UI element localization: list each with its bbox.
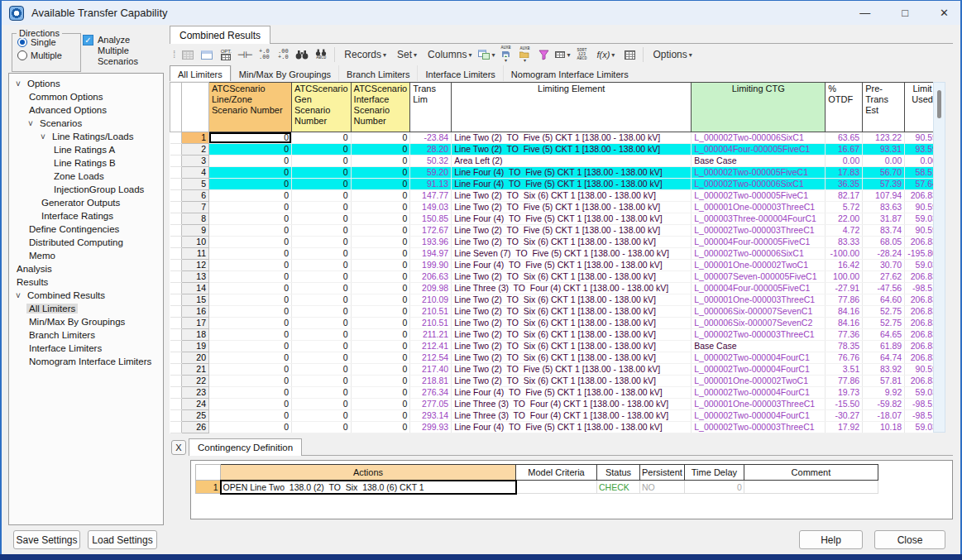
cell-interface-scenario[interactable]: 0 [351,329,410,341]
row-number[interactable]: 3 [182,156,209,167]
cell-otdf[interactable]: 82.17 [826,190,863,202]
cell-pre-trans-est[interactable]: -47.56 [863,283,905,294]
cell-limiting-element[interactable]: Line Two (2) TO Five (5) CKT 1 [138.00 -… [452,132,692,144]
row-number[interactable]: 6 [182,190,209,202]
cell-pre-trans-est[interactable]: 9.92 [863,387,905,399]
row-number[interactable]: 14 [182,283,209,294]
cell-otdf[interactable]: 76.76 [826,352,863,364]
row-number[interactable]: 5 [182,179,209,190]
chevron-down-icon[interactable]: ˅ [26,119,35,128]
radio-single-icon[interactable] [17,37,27,47]
cell-trans-lim[interactable]: 28.20 [410,144,452,156]
cell-limiting-ctg[interactable]: L_000002Two-000006SixC1 [692,248,826,260]
row-gutter[interactable] [170,248,182,260]
row-gutter[interactable] [170,283,182,294]
cell-trans-lim[interactable]: 149.03 [410,202,452,213]
column-header-persistent[interactable]: Persistent [640,465,685,481]
cell-trans-lim[interactable]: 147.77 [410,190,452,202]
cell-trans-lim[interactable]: 193.96 [410,237,452,248]
cell-gen-scenario[interactable]: 0 [292,213,352,225]
tree-item-advanced-options[interactable]: Advanced Options [9,103,163,117]
cell-trans-lim[interactable]: 209.98 [410,283,452,294]
options-grid-icon[interactable]: OPT. [218,46,234,63]
cell-limiting-element[interactable]: Line Four (4) TO Five (5) CKT 1 [138.00 … [452,213,692,225]
column-header-gen-scenario[interactable]: ATCScenario Gen Scenario Number [292,83,352,132]
cell-pre-trans-est[interactable]: -59.82 [863,399,905,410]
column-header-line-zone-scenario[interactable]: ATCScenario Line/Zone Scenario Number [209,83,292,132]
options-menu[interactable]: Options▾ [649,47,696,62]
cell-otdf[interactable]: 83.33 [826,237,863,248]
cell-otdf[interactable]: 36.35 [826,179,863,190]
row-number[interactable]: 19 [182,341,209,352]
cell-trans-lim[interactable]: 210.09 [410,294,452,306]
cell-gen-scenario[interactable]: 0 [292,237,352,248]
cell-otdf[interactable]: 3.51 [826,364,863,376]
cell-limiting-element[interactable]: Area Left (2) [452,156,692,167]
tree-item-options[interactable]: ˅Options [9,77,163,90]
cell-gen-scenario[interactable]: 0 [292,422,352,433]
direction-single-option[interactable]: Single [17,37,80,47]
cell-pre-trans-est[interactable]: 52.75 [863,318,905,329]
column-header-actions[interactable]: Actions [221,465,516,481]
open-aux-menu[interactable]: AUXB ▾ [516,46,533,63]
cell-line-zone-scenario[interactable]: 0 [209,271,292,283]
tree-item-interface-ratings[interactable]: Interface Ratings [9,209,163,223]
cell-limiting-element[interactable]: Line Two (2) TO Six (6) CKT 1 [138.00 - … [452,306,692,318]
tree-item-all-limiters[interactable]: All Limiters [9,302,163,315]
tree-item-line-ratings-b[interactable]: Line Ratings B [9,156,163,170]
cell-trans-lim[interactable]: 194.97 [410,248,452,260]
cell-trans-lim[interactable]: 218.81 [410,376,452,387]
cell-trans-lim[interactable]: 299.93 [410,422,452,433]
cell-line-zone-scenario[interactable]: 0 [209,248,292,260]
cell-pre-trans-est[interactable]: 56.70 [863,167,905,179]
cell-line-zone-scenario[interactable]: 0 [209,260,292,271]
row-number[interactable]: 26 [182,422,209,433]
column-header-time-delay[interactable]: Time Delay [684,465,744,481]
row-number[interactable]: 11 [182,248,209,260]
persistent-cell[interactable]: NO [640,481,685,494]
row-number[interactable]: 16 [182,306,209,318]
cell-pre-trans-est[interactable]: 10.18 [863,422,905,433]
filter-icon[interactable] [535,46,552,63]
cell-otdf[interactable]: 5.72 [826,202,863,213]
cell-gen-scenario[interactable]: 0 [292,179,352,190]
cell-otdf[interactable]: 0.00 [826,156,863,167]
cell-gen-scenario[interactable]: 0 [292,132,352,144]
cell-gen-scenario[interactable]: 0 [292,364,352,376]
tree-item-results[interactable]: Results [9,275,163,289]
tab-contingency-definition[interactable]: Contingency Definition [189,438,302,456]
row-gutter[interactable] [170,399,182,410]
chevron-down-icon[interactable]: ˅ [14,79,22,89]
cell-limiting-ctg[interactable]: L_000002Two-000005FiveC1 [692,190,826,202]
column-header-comment[interactable]: Comment [744,465,878,481]
cell-limiting-element[interactable]: Line Three (3) TO Four (4) CKT 1 [138.00… [452,399,692,410]
tree-item-distributed-computing[interactable]: Distributed Computing [9,236,163,249]
cell-line-zone-scenario[interactable]: 0 [209,422,292,433]
cell-limiting-ctg[interactable]: L_000004Four-000005FiveC1 [692,237,826,248]
cell-otdf[interactable]: 16.42 [826,260,863,271]
cell-trans-lim[interactable]: 150.85 [410,213,452,225]
cell-line-zone-scenario[interactable]: 0 [209,237,292,248]
row-number[interactable]: 23 [182,387,209,399]
cell-limiting-ctg[interactable]: L_000001One-000003ThreeC1 [692,202,826,213]
cell-gen-scenario[interactable]: 0 [292,410,352,422]
cell-limiting-ctg[interactable]: L_000001One-000003ThreeC1 [692,294,826,306]
cell-limiting-element[interactable]: Line Two (2) TO Six (6) CKT 1 [138.00 - … [452,341,692,352]
cell-otdf[interactable]: 78.35 [826,341,863,352]
status-cell[interactable]: CHECK [597,481,640,494]
cell-limiting-ctg[interactable]: L_000002Two-000004FourC1 [692,364,826,376]
tree-item-branch-limiters[interactable]: Branch Limiters [9,328,163,342]
cell-gen-scenario[interactable]: 0 [292,387,352,399]
cell-limiting-element[interactable]: Line Two (2) TO Six (6) CKT 1 [138.00 - … [452,237,692,248]
cell-gen-scenario[interactable]: 0 [292,271,352,283]
tree-item-memo[interactable]: Memo [9,249,163,262]
cell-line-zone-scenario[interactable]: 0 [209,213,292,225]
set-menu[interactable]: Set▾ [393,47,421,62]
cell-pre-trans-est[interactable]: 57.39 [863,179,905,190]
cell-pre-trans-est[interactable]: 0.00 [863,156,905,167]
close-button[interactable]: Close [874,530,945,549]
cell-otdf[interactable]: -15.50 [826,399,863,410]
row-number[interactable]: 1 [182,132,209,144]
cell-interface-scenario[interactable]: 0 [351,318,410,329]
cell-trans-lim[interactable]: 276.34 [410,387,452,399]
